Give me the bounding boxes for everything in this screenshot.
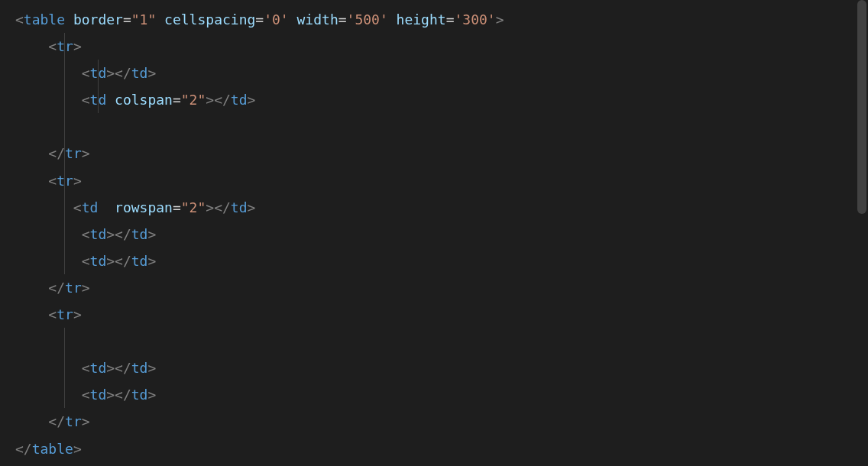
token-tag: td xyxy=(90,387,107,403)
token-bracket: > xyxy=(147,387,156,403)
token-bracket: < xyxy=(82,65,90,81)
indent-guide xyxy=(64,381,65,408)
token-bracket: > xyxy=(82,280,90,296)
token-tag: table xyxy=(24,11,65,28)
token-bracket: < xyxy=(48,38,57,54)
code-line[interactable]: <td colspan="2"></td> xyxy=(15,86,853,113)
indent-guide xyxy=(64,248,65,274)
token-bracket: > xyxy=(73,173,82,189)
token-bracket: > xyxy=(147,65,156,81)
indent-guide xyxy=(98,60,99,86)
token-bracket: ></ xyxy=(106,387,131,403)
token-bracket: ></ xyxy=(106,226,131,242)
token-bracket: ></ xyxy=(106,360,131,376)
token-attr-value: '300' xyxy=(454,11,495,28)
token-tag: td xyxy=(82,199,99,215)
token-text xyxy=(65,11,73,28)
token-tag: td xyxy=(231,199,248,215)
token-text xyxy=(156,11,164,28)
indent-guide xyxy=(64,354,65,381)
code-line[interactable]: <td rowspan="2"></td> xyxy=(15,194,853,221)
token-bracket: </ xyxy=(48,413,65,429)
token-bracket: > xyxy=(73,306,82,322)
code-editor[interactable]: <table border="1" cellspacing='0' width=… xyxy=(15,6,853,462)
token-text: = xyxy=(338,11,347,28)
indent-guide xyxy=(64,60,65,86)
indent-guide xyxy=(64,140,65,167)
token-bracket: < xyxy=(73,199,82,215)
indent-guide xyxy=(64,194,65,221)
token-bracket: < xyxy=(82,360,90,376)
code-line[interactable]: </tr> xyxy=(15,140,853,167)
token-text: = xyxy=(255,11,264,28)
indent-guide xyxy=(64,221,65,248)
token-tag: tr xyxy=(57,306,73,322)
code-line[interactable]: </tr> xyxy=(15,408,853,435)
code-line[interactable]: <td></td> xyxy=(15,354,853,381)
token-text xyxy=(106,92,115,108)
token-text xyxy=(289,11,297,28)
token-attr-value: '500' xyxy=(347,11,388,28)
code-line[interactable]: <td></td> xyxy=(15,381,853,408)
token-bracket: > xyxy=(82,413,90,429)
code-line[interactable]: <tr> xyxy=(15,301,853,328)
token-bracket: </ xyxy=(15,441,32,457)
token-bracket: > xyxy=(147,360,156,376)
token-bracket: </ xyxy=(48,280,65,296)
indent-guide xyxy=(64,86,65,113)
token-bracket: ></ xyxy=(206,199,231,215)
indent-guide xyxy=(64,328,65,354)
token-bracket: > xyxy=(73,441,82,457)
token-bracket: < xyxy=(48,173,57,189)
token-bracket: > xyxy=(496,11,504,28)
token-attr-value: '0' xyxy=(264,11,289,28)
code-line[interactable]: <tr> xyxy=(15,167,853,194)
token-tag: tr xyxy=(65,280,82,296)
token-bracket: < xyxy=(48,306,57,322)
indent-guide xyxy=(64,33,65,60)
code-line[interactable]: <table border="1" cellspacing='0' width=… xyxy=(15,6,853,33)
token-attr-value: "2" xyxy=(181,199,206,215)
token-attr-name: colspan xyxy=(115,92,173,108)
token-bracket: > xyxy=(73,38,82,54)
token-attr-name: border xyxy=(73,11,123,28)
token-tag: td xyxy=(131,65,148,81)
code-line[interactable]: <td></td> xyxy=(15,60,853,86)
token-bracket: < xyxy=(15,11,24,28)
token-attr-value: "1" xyxy=(131,11,157,28)
indent-guide xyxy=(64,167,65,194)
token-text xyxy=(98,199,115,215)
token-text xyxy=(388,11,397,28)
vertical-scrollbar[interactable] xyxy=(857,0,866,466)
token-tag: td xyxy=(131,387,148,403)
code-line[interactable]: </tr> xyxy=(15,274,853,301)
code-line[interactable]: </table> xyxy=(15,435,853,462)
token-text: = xyxy=(446,11,455,28)
token-tag: td xyxy=(231,92,248,108)
indent-guide xyxy=(64,113,65,140)
token-tag: tr xyxy=(57,173,73,189)
token-bracket: > xyxy=(248,199,256,215)
token-bracket: ></ xyxy=(206,92,231,108)
code-line[interactable] xyxy=(15,113,853,140)
token-tag: td xyxy=(90,226,107,242)
code-line[interactable]: <tr> xyxy=(15,33,853,60)
indent-guide xyxy=(98,86,99,113)
code-line[interactable]: <td></td> xyxy=(15,248,853,274)
token-bracket: > xyxy=(147,226,156,242)
token-text: = xyxy=(173,92,181,108)
token-bracket: < xyxy=(82,387,90,403)
token-tag: tr xyxy=(65,413,82,429)
token-bracket: < xyxy=(82,253,90,269)
token-tag: table xyxy=(32,441,73,457)
token-bracket: > xyxy=(147,253,156,269)
token-attr-name: width xyxy=(297,11,338,28)
token-tag: tr xyxy=(57,38,73,54)
scrollbar-thumb[interactable] xyxy=(857,0,866,214)
token-tag: tr xyxy=(65,145,82,161)
code-line[interactable] xyxy=(15,328,853,354)
token-bracket: ></ xyxy=(106,253,131,269)
token-bracket: > xyxy=(82,145,90,161)
code-line[interactable]: <td></td> xyxy=(15,221,853,248)
token-bracket: < xyxy=(82,92,90,108)
